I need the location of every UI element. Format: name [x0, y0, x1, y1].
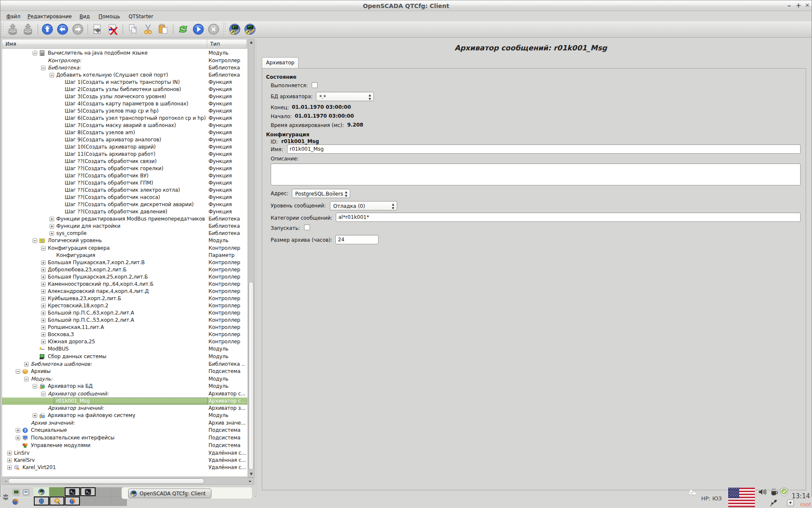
tree-row[interactable]: Управление модулямиПодсистема [2, 442, 247, 450]
tree-row[interactable]: Большой пр.П.С.,63,корп.2,лит.АКонтролле… [2, 309, 247, 317]
tree-row[interactable]: Южная дорога,25Контроллер [2, 338, 247, 345]
tree-row[interactable]: Шаг ??(Создать обработчик давления)Функц… [2, 208, 247, 215]
tree-row[interactable]: Шаг ??(Создать обработчик электро котла)… [2, 187, 247, 194]
tree-row[interactable]: Шаг 4(Создать карту параметров в шаблона… [2, 100, 247, 108]
tree-row[interactable]: Воскова,3Контроллер [2, 331, 247, 338]
expand-toggle-icon[interactable] [41, 340, 46, 344]
archiver-db-combobox[interactable]: *.* ▲ ▼ [316, 92, 374, 101]
expand-toggle-icon[interactable] [41, 260, 46, 265]
pager-cell[interactable] [65, 497, 80, 505]
tree-column-name[interactable]: Имя [5, 41, 16, 47]
firefox-launcher-icon[interactable] [12, 498, 19, 505]
collapse-toggle-icon[interactable] [16, 369, 20, 374]
tree-row[interactable]: LinSrvУдалённая с... [2, 450, 247, 457]
pager-cell-active[interactable] [34, 487, 49, 496]
collapse-toggle-icon[interactable] [41, 392, 46, 396]
expand-toggle-icon[interactable] [41, 268, 46, 272]
start-checkbox[interactable] [304, 224, 310, 230]
pager-cell[interactable] [34, 497, 49, 505]
column-divider[interactable] [207, 39, 207, 48]
address-combobox[interactable]: PostgreSQL.Boilers ▲ ▼ [292, 189, 350, 198]
collapse-toggle-icon[interactable] [24, 377, 29, 381]
network-cloud-icon[interactable] [688, 489, 698, 495]
edit-cut-button[interactable] [142, 23, 154, 35]
archive-size-input[interactable] [335, 235, 379, 244]
description-textarea[interactable] [271, 163, 801, 185]
vertical-scroll-thumb[interactable] [249, 282, 254, 470]
toolbar-handle[interactable] [224, 23, 227, 36]
terminal-launcher-icon[interactable] [13, 489, 20, 496]
speaker-icon[interactable] [758, 489, 767, 495]
scroll-left-icon[interactable]: ◄ [3, 478, 8, 484]
expand-toggle-icon[interactable] [49, 224, 54, 229]
maximize-button[interactable]: + [795, 2, 802, 9]
expand-toggle-icon[interactable] [24, 362, 29, 367]
tree-row[interactable]: АрхивыПодсистема [2, 368, 247, 375]
collapse-toggle-icon[interactable] [33, 238, 37, 243]
tree-horizontal-scrollbar[interactable]: ◄ ► [2, 478, 254, 485]
paintbrush-icon[interactable] [769, 498, 779, 507]
tree-column-type[interactable]: Тип [210, 41, 220, 47]
scroll-down-icon[interactable]: ▼ [248, 472, 254, 476]
tree-row[interactable]: Шаг ??(Создать обработчик ГПМ)Функция [2, 179, 247, 187]
expand-toggle-icon[interactable] [41, 318, 46, 323]
tree-row[interactable]: Karel_Virt201Удалённая с... [2, 464, 247, 472]
toolbar-handle[interactable] [1, 23, 5, 36]
name-input[interactable] [287, 144, 801, 154]
collapse-toggle-icon[interactable] [33, 384, 37, 389]
tree-row[interactable]: Шаг ??(Создать обработчик связи)Функция [2, 158, 247, 165]
tree-row[interactable]: Добавить котельную (Слушает свой порт)Би… [2, 72, 247, 79]
us-flag-icon[interactable] [728, 488, 755, 507]
tree-row[interactable]: Логический уровеньМодуль [2, 237, 247, 245]
start-button[interactable] [192, 23, 204, 35]
tree-row[interactable]: Конфигурация сервераКонтроллер [2, 245, 247, 252]
pager-cell[interactable] [96, 487, 111, 496]
tree-row[interactable]: Функции для настройкиБиблиотека [2, 223, 247, 230]
stop-button[interactable] [208, 23, 219, 35]
close-button[interactable]: ✕ [804, 2, 811, 9]
expand-toggle-icon[interactable] [7, 458, 12, 463]
pager-cell[interactable] [80, 487, 96, 496]
tab-archiver[interactable]: Архиватор [262, 57, 299, 68]
tree-row[interactable]: Шаг 6(Создать узел транспортный протокол… [2, 115, 247, 122]
tree-row[interactable]: Куйбышева,23,корп.2,лит.БКонтроллер [2, 295, 247, 302]
pager-cell[interactable]: SQL [49, 497, 64, 505]
horizontal-scroll-thumb[interactable] [8, 478, 204, 484]
shield-check-icon[interactable] [780, 487, 788, 497]
collapse-toggle-icon[interactable] [41, 66, 46, 70]
expand-toggle-icon[interactable] [33, 413, 37, 418]
spin-down-icon[interactable]: ▼ [368, 97, 372, 101]
titlebar[interactable]: OpenSCADA QTCfg: Client – + ✕ [0, 0, 812, 11]
tree-row[interactable]: Шаг 2(Создать узлы библиотеки шаблонов)Ф… [2, 86, 247, 93]
spin-up-icon[interactable]: ▲ [391, 203, 395, 206]
tree-row[interactable]: Шаг ??(Создать обработчик насоса)Функция [2, 194, 247, 201]
message-level-combobox[interactable]: Отладка (0) ▲ ▼ [330, 201, 397, 210]
running-checkbox[interactable] [312, 82, 318, 88]
tree-row[interactable]: Каменноостровский пр.,64,корп.4,лит.БКон… [2, 281, 247, 288]
pager-cell[interactable] [80, 497, 96, 505]
tray-dropdown-button[interactable]: ▼ [787, 500, 794, 506]
db-load-button[interactable] [7, 23, 19, 35]
nav-forward-button[interactable] [72, 23, 84, 35]
tree-row[interactable]: Вычислитель на java подобном языкеМодуль [2, 50, 247, 57]
expand-toggle-icon[interactable] [41, 304, 46, 308]
spin-down-icon[interactable]: ▼ [344, 194, 348, 198]
clock[interactable]: 13:14 [792, 492, 811, 500]
expand-toggle-icon[interactable] [7, 465, 12, 470]
spin-up-icon[interactable]: ▲ [344, 190, 348, 194]
tree-row[interactable]: Шаг 7(Создать маску аварий в шаблонах)Фу… [2, 122, 247, 129]
expand-toggle-icon[interactable] [49, 231, 54, 236]
minimize-button[interactable]: – [785, 2, 793, 9]
tree-row[interactable]: Большой пр.П.С.,53,корп.2,лит.АКонтролле… [2, 317, 247, 324]
tree-row[interactable]: Архиватор сообщений:Архиватор с... [2, 390, 247, 398]
tree-row[interactable]: Архиватор значений:Архиватор з... [2, 405, 247, 412]
tree-row[interactable]: KarelSrvУдалённая с... [2, 457, 247, 464]
spin-down-icon[interactable]: ▼ [391, 207, 395, 210]
tree-row[interactable]: Шаг 3(Создь узлы лоического уровня)Функц… [2, 93, 247, 100]
tree-row[interactable]: Большая Пушкарская,7,корп.2,лит.ВКонтрол… [2, 259, 247, 266]
tree-row[interactable]: Шаг 5(Создать узелов map cp и hp)Функция [2, 108, 247, 115]
tree-row[interactable]: Архиватор на БДМодуль [2, 383, 247, 390]
tree-row[interactable]: Архиватор на файловую системуМодуль [2, 412, 247, 420]
item-del-button[interactable] [107, 23, 119, 35]
scroll-up-icon[interactable]: ▲ [248, 40, 254, 44]
